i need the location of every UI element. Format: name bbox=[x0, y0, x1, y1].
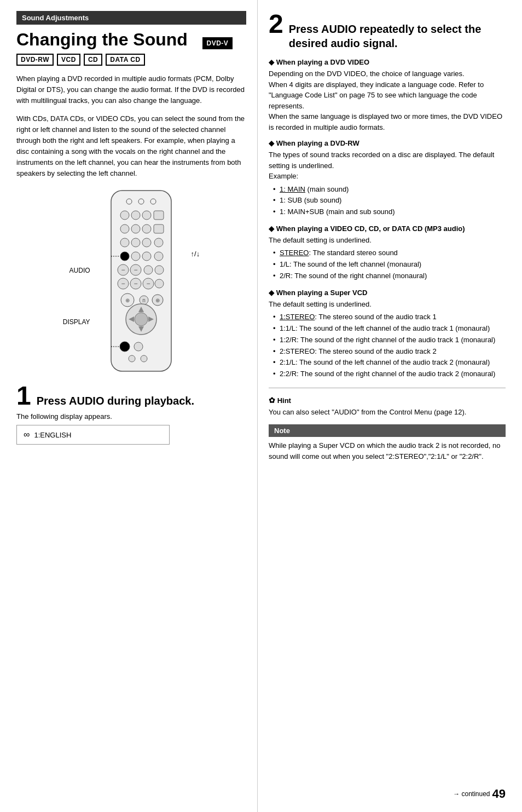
svg-text:−: − bbox=[121, 266, 125, 274]
list-item: 2/R: The sound of the right channel (mon… bbox=[273, 270, 506, 282]
list-item: 1: MAIN+SUB (main and sub sound) bbox=[273, 206, 506, 218]
svg-text:−: − bbox=[134, 266, 137, 274]
badge-vcd: VCD bbox=[57, 54, 80, 66]
svg-text:−: − bbox=[121, 280, 125, 287]
divider bbox=[269, 388, 506, 388]
svg-text:⊕: ⊕ bbox=[125, 297, 130, 303]
video-cd-list: STEREO: The standard stereo sound 1/L: T… bbox=[269, 247, 506, 281]
svg-point-10 bbox=[142, 224, 151, 233]
format-badges: DVD-RW VCD CD DATA CD bbox=[16, 54, 246, 66]
remote-svg: − − − − − bbox=[95, 188, 188, 374]
subsection-dvd-rw-title: When playing a DVD-RW bbox=[269, 139, 506, 147]
svg-text:⊕: ⊕ bbox=[155, 297, 160, 303]
svg-point-45 bbox=[120, 342, 130, 352]
svg-text:n: n bbox=[142, 297, 146, 303]
body-text-2: With CDs, DATA CDs, or VIDEO CDs, you ca… bbox=[16, 113, 246, 180]
svg-point-47 bbox=[129, 355, 135, 362]
subsection-super-vcd-body: The default setting is underlined. 1:STE… bbox=[269, 299, 506, 380]
svg-point-16 bbox=[120, 252, 129, 261]
svg-rect-7 bbox=[154, 211, 164, 220]
subsection-video-cd: When playing a VIDEO CD, CD, or DATA CD … bbox=[269, 224, 506, 282]
list-item: 1: SUB (sub sound) bbox=[273, 195, 506, 206]
svg-point-6 bbox=[142, 211, 151, 220]
subsection-video-cd-title: When playing a VIDEO CD, CD, or DATA CD … bbox=[269, 224, 506, 233]
note-section: Note While playing a Super VCD on which … bbox=[269, 424, 506, 462]
step1-subtitle: The following display appears. bbox=[16, 412, 246, 421]
list-item: STEREO: The standard stereo sound bbox=[273, 247, 506, 259]
audio-label: AUDIO bbox=[69, 267, 90, 274]
svg-point-24 bbox=[144, 266, 153, 274]
svg-point-25 bbox=[155, 266, 164, 274]
step2-title: Press AUDIO repeatedly to select the des… bbox=[289, 22, 506, 50]
svg-point-15 bbox=[154, 238, 163, 247]
step1-title: Press AUDIO during playback. bbox=[37, 394, 194, 407]
svg-point-18 bbox=[142, 252, 151, 261]
svg-text:−: − bbox=[134, 280, 137, 287]
list-item: 1:STEREO: The stereo sound of the audio … bbox=[273, 312, 506, 323]
svg-rect-11 bbox=[154, 224, 164, 233]
list-item: 2:2/R: The sound of the right channel of… bbox=[273, 368, 506, 380]
list-item: 1:2/R: The sound of the right channel of… bbox=[273, 335, 506, 346]
hint-section: ✿ Hint You can also select "AUDIO" from … bbox=[269, 396, 506, 418]
dvd-rw-list: 1: MAIN (main sound) 1: SUB (sub sound) … bbox=[269, 184, 506, 218]
arrow-label: ↑/↓ bbox=[191, 250, 200, 258]
step2-number: 2 bbox=[269, 11, 283, 37]
badge-cd: CD bbox=[84, 54, 102, 66]
page-number: 49 bbox=[492, 787, 506, 801]
svg-point-46 bbox=[134, 342, 143, 351]
display-text: 1:ENGLISH bbox=[34, 431, 71, 439]
list-item: 2:1/L: The sound of the left channel of … bbox=[273, 357, 506, 368]
badge-dvdrw: DVD-RW bbox=[16, 54, 54, 66]
body-text-1: When playing a DVD recorded in multiple … bbox=[16, 73, 246, 106]
section-header: Sound Adjustments bbox=[16, 11, 246, 25]
hint-icon: ✿ bbox=[269, 396, 275, 405]
svg-point-9 bbox=[131, 224, 140, 233]
display-icon: ∞ bbox=[24, 430, 30, 440]
svg-point-19 bbox=[154, 252, 163, 261]
subsection-dvd-rw-body: The types of sound tracks recorded on a … bbox=[269, 149, 506, 218]
svg-text:−: − bbox=[146, 280, 150, 287]
svg-point-32 bbox=[155, 279, 164, 288]
svg-point-5 bbox=[131, 211, 140, 220]
svg-point-13 bbox=[131, 238, 140, 247]
page-footer: → continued 49 bbox=[453, 787, 506, 801]
svg-point-17 bbox=[131, 252, 140, 261]
subsection-dvd-video-body: Depending on the DVD VIDEO, the choice o… bbox=[269, 68, 506, 133]
svg-point-4 bbox=[120, 211, 129, 220]
subsection-super-vcd-title: When playing a Super VCD bbox=[269, 289, 506, 297]
svg-point-40 bbox=[135, 313, 148, 326]
badge-datacd: DATA CD bbox=[106, 54, 144, 66]
subsection-dvd-video: When playing a DVD VIDEO Depending on th… bbox=[269, 58, 506, 133]
page-title: Changing the Sound DVD-V bbox=[16, 30, 233, 49]
display-box: ∞ 1:ENGLISH bbox=[16, 425, 170, 445]
step2-header: 2 Press AUDIO repeatedly to select the d… bbox=[269, 11, 506, 50]
remote-illustration: AUDIO DISPLAY bbox=[16, 188, 246, 374]
step1-number: 1 bbox=[16, 383, 31, 409]
note-body: While playing a Super VCD on which the a… bbox=[269, 440, 506, 462]
svg-point-14 bbox=[142, 238, 151, 247]
badge-dvdv: DVD-V bbox=[202, 37, 233, 49]
right-column: 2 Press AUDIO repeatedly to select the d… bbox=[257, 0, 522, 812]
hint-title: ✿ Hint bbox=[269, 396, 506, 405]
note-box: Note bbox=[269, 424, 506, 437]
subsection-dvd-rw: When playing a DVD-RW The types of sound… bbox=[269, 139, 506, 218]
left-column: Sound Adjustments Changing the Sound DVD… bbox=[0, 0, 257, 812]
svg-point-12 bbox=[120, 238, 129, 247]
subsection-super-vcd: When playing a Super VCD The default set… bbox=[269, 289, 506, 380]
svg-point-48 bbox=[141, 355, 147, 362]
super-vcd-list: 1:STEREO: The stereo sound of the audio … bbox=[269, 312, 506, 380]
display-label: DISPLAY bbox=[63, 318, 90, 326]
subsection-dvd-video-title: When playing a DVD VIDEO bbox=[269, 58, 506, 66]
subsection-video-cd-body: The default setting is underlined. STERE… bbox=[269, 235, 506, 282]
list-item: 1: MAIN (main sound) bbox=[273, 184, 506, 195]
svg-point-8 bbox=[120, 224, 129, 233]
list-item: 1/L: The sound of the left channel (mona… bbox=[273, 259, 506, 270]
list-item: 2:STEREO: The stereo sound of the audio … bbox=[273, 346, 506, 358]
continued-text: → continued bbox=[453, 790, 490, 798]
step1-container: 1 Press AUDIO during playback. The follo… bbox=[16, 383, 246, 445]
list-item: 1:1/L: The sound of the left channel of … bbox=[273, 323, 506, 335]
hint-body: You can also select "AUDIO" from the Con… bbox=[269, 407, 506, 418]
